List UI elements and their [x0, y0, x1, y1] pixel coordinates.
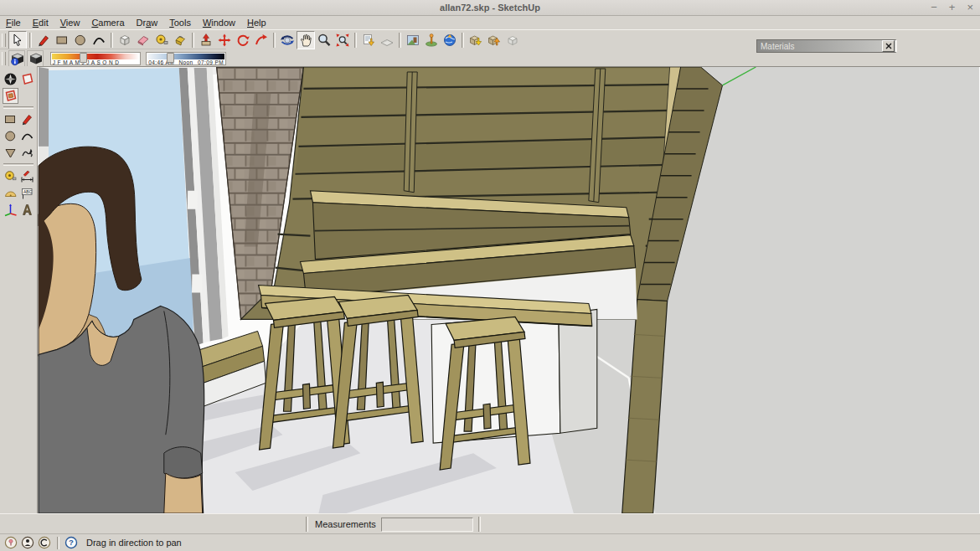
palette-rectangle-button[interactable]: [3, 111, 18, 127]
section-cut-icon: [3, 89, 18, 103]
zoom-extents-icon: [335, 33, 350, 48]
make-component-button[interactable]: [116, 31, 134, 49]
get-models-button[interactable]: [467, 31, 485, 49]
dimension-icon: [20, 169, 34, 183]
circle-tool-button[interactable]: [71, 31, 90, 49]
line-tool-button[interactable]: [34, 31, 53, 49]
section-plane-icon: [20, 72, 34, 86]
bar-separator: [478, 517, 481, 532]
window-title: allan72.skp - SketchUp: [440, 3, 540, 13]
zoom-extents-button[interactable]: [333, 31, 352, 49]
help-icon[interactable]: ?: [64, 536, 78, 549]
paint-bucket-icon: [173, 33, 188, 48]
palette-3d-text-button[interactable]: [19, 202, 35, 218]
warehouse-upload-icon: [487, 33, 502, 48]
menu-camera[interactable]: Camera: [90, 18, 126, 28]
palette-freehand-button[interactable]: [19, 145, 35, 161]
palette-line-button[interactable]: [19, 111, 35, 127]
pan-hand-icon: [298, 33, 313, 48]
menu-tools[interactable]: Tools: [168, 18, 193, 28]
palette-separator: [3, 163, 34, 166]
maximize-button[interactable]: +: [949, 0, 956, 15]
push-pull-button[interactable]: [197, 31, 215, 49]
palette-text-button[interactable]: ABC: [19, 185, 35, 201]
measurements-input[interactable]: [381, 518, 473, 532]
measurements-label: Measurements: [315, 519, 376, 529]
protractor-icon: [3, 186, 18, 200]
model-credit-status-icon[interactable]: [21, 536, 34, 549]
orbit-tool-button[interactable]: [278, 31, 297, 49]
share-component-button[interactable]: [503, 31, 522, 49]
palette-axes-button[interactable]: [3, 202, 18, 218]
rotate-arrows-icon: [235, 33, 250, 48]
copyright-status-icon[interactable]: [38, 536, 51, 549]
share-model-button[interactable]: [485, 31, 503, 49]
toggle-terrain-button[interactable]: [378, 31, 396, 49]
time-slider-thumb[interactable]: [167, 53, 174, 63]
compass-icon: [3, 72, 18, 86]
follow-me-button[interactable]: [252, 31, 271, 49]
solar-north-button[interactable]: [3, 71, 18, 87]
tape-measure-button[interactable]: [152, 31, 171, 49]
toolbar-grip[interactable]: [2, 33, 6, 47]
palette-protractor-button[interactable]: [3, 185, 18, 201]
component-cube-icon: [117, 33, 132, 48]
component-upload-icon: [505, 33, 520, 48]
palette-circle-button[interactable]: [3, 128, 18, 144]
shadow-settings-button[interactable]: [8, 50, 25, 67]
pan-tool-button[interactable]: [297, 31, 315, 49]
google-earth-button[interactable]: [441, 31, 459, 49]
menu-window[interactable]: Window: [201, 18, 237, 28]
shadow-time-slider[interactable]: 04:46 AMNoon07:09 PM: [146, 52, 226, 65]
zoom-tool-button[interactable]: [315, 31, 333, 49]
select-tool-button[interactable]: [8, 31, 27, 49]
eraser-tool-button[interactable]: [134, 31, 152, 49]
materials-close-button[interactable]: [882, 40, 895, 52]
title-bar[interactable]: allan72.skp - SketchUp − + ×: [0, 0, 980, 16]
palette-tape-button[interactable]: [3, 168, 18, 184]
tape-measure-icon: [154, 33, 169, 48]
shadow-toggle-button[interactable]: [27, 50, 44, 67]
menu-draw[interactable]: Draw: [135, 18, 160, 28]
paint-bucket-button[interactable]: [171, 31, 189, 49]
shadow-date-slider[interactable]: J F M A M J J A S O N D: [50, 52, 142, 65]
viewport-3d-scene[interactable]: [38, 66, 980, 513]
tape-measure-icon: [3, 169, 18, 183]
rectangle-icon: [54, 33, 70, 48]
date-slider-thumb[interactable]: [80, 53, 87, 63]
location-pin-icon: [424, 33, 439, 48]
pencil-icon: [36, 33, 51, 48]
toolbar-grip[interactable]: [2, 52, 6, 65]
eraser-icon: [136, 33, 151, 48]
close-button[interactable]: ×: [967, 0, 973, 15]
move-arrows-icon: [217, 33, 232, 48]
palette-polygon-button[interactable]: [3, 145, 18, 161]
minimize-button[interactable]: −: [931, 0, 937, 15]
menu-view[interactable]: View: [59, 18, 82, 28]
section-cuts-button[interactable]: [3, 88, 18, 104]
rectangle-tool-button[interactable]: [53, 31, 71, 49]
menu-help[interactable]: Help: [245, 18, 268, 28]
follow-me-icon: [254, 33, 269, 48]
add-location-button[interactable]: [422, 31, 441, 49]
palette-dimension-button[interactable]: [19, 168, 35, 184]
arc-tool-button[interactable]: [90, 31, 108, 49]
palette-arc-button[interactable]: [19, 128, 35, 144]
menu-file[interactable]: File: [4, 18, 23, 28]
menu-edit[interactable]: Edit: [31, 18, 50, 28]
photo-textures-button[interactable]: [404, 31, 422, 49]
section-plane-button[interactable]: [19, 71, 35, 87]
materials-window[interactable]: Materials: [756, 39, 897, 53]
polygon-icon: [3, 146, 18, 160]
get-current-view-button[interactable]: [359, 31, 378, 49]
globe-icon: [442, 33, 457, 48]
materials-window-title[interactable]: Materials: [757, 42, 882, 51]
status-bar: ? Drag in direction to pan: [0, 533, 980, 551]
rotate-tool-button[interactable]: [234, 31, 252, 49]
palette-separator: [3, 106, 34, 109]
move-tool-button[interactable]: [215, 31, 234, 49]
geo-location-status-icon[interactable]: [4, 536, 18, 549]
terrain-icon: [379, 33, 395, 48]
magnifier-icon: [317, 33, 332, 48]
menu-bar: File Edit View Camera Draw Tools Window …: [0, 16, 980, 29]
